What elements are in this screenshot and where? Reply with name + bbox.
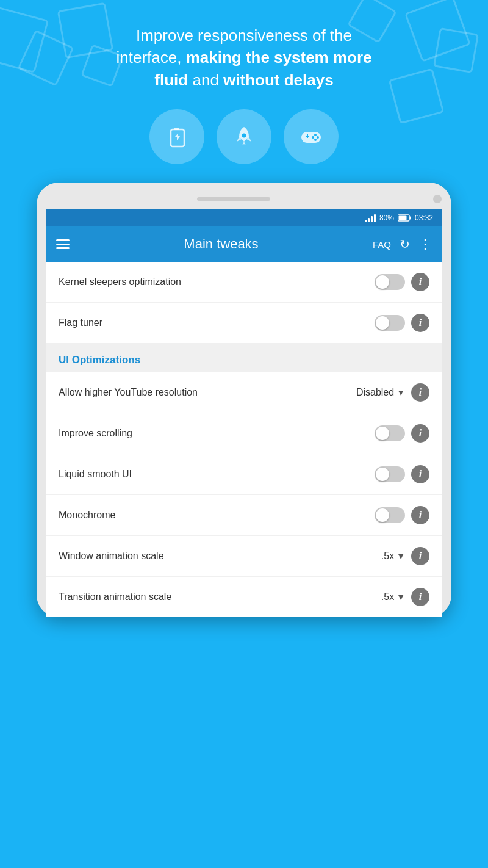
liquid-smooth-toggle[interactable] xyxy=(375,466,405,482)
youtube-resolution-row: Allow higher YouTube resolution Disabled… xyxy=(46,372,442,413)
feature-icons xyxy=(0,103,488,183)
youtube-resolution-dropdown[interactable]: Disabled ▼ xyxy=(356,387,405,398)
svg-point-8 xyxy=(314,139,317,141)
transition-animation-label: Transition animation scale xyxy=(59,591,375,602)
youtube-resolution-value: Disabled xyxy=(356,387,394,398)
window-animation-dropdown[interactable]: .5x ▼ xyxy=(381,551,405,562)
liquid-smooth-label: Liquid smooth UI xyxy=(59,469,368,480)
transition-animation-value: .5x xyxy=(381,591,394,602)
monochrome-label: Monochrome xyxy=(59,510,368,521)
ui-optimizations-header: UI Optimizations xyxy=(46,343,442,372)
monochrome-toggle[interactable] xyxy=(375,507,405,523)
liquid-smooth-info[interactable]: i xyxy=(411,465,429,483)
flag-tuner-label: Flag tuner xyxy=(59,317,368,328)
refresh-button[interactable]: ↺ xyxy=(400,237,410,251)
app-toolbar: Main tweaks FAQ ↺ ⋮ xyxy=(46,226,442,262)
phone-speaker xyxy=(197,197,270,201)
improve-scrolling-label: Improve scrolling xyxy=(59,428,368,439)
transition-animation-row: Transition animation scale .5x ▼ i xyxy=(46,577,442,617)
transition-animation-info[interactable]: i xyxy=(411,588,429,606)
transition-animation-arrow: ▼ xyxy=(396,592,405,602)
phone-top xyxy=(46,195,442,209)
svg-point-2 xyxy=(242,134,246,138)
flag-tuner-info[interactable]: i xyxy=(411,314,429,332)
kernel-sleepers-info[interactable]: i xyxy=(411,273,429,291)
rocket-icon xyxy=(217,109,271,164)
status-bar: 80% 03:32 xyxy=(46,209,442,226)
phone-mockup: 80% 03:32 Main tweaks FAQ ↺ ⋮ Kernel sle… xyxy=(37,183,451,617)
phone-camera xyxy=(433,195,442,203)
content-area: Kernel sleepers optimization i Flag tune… xyxy=(46,262,442,617)
improve-scrolling-toggle[interactable] xyxy=(375,425,405,441)
svg-rect-12 xyxy=(398,216,406,220)
svg-point-9 xyxy=(312,136,314,139)
svg-rect-11 xyxy=(409,217,411,220)
improve-scrolling-row: Improve scrolling i xyxy=(46,413,442,454)
gamepad-icon xyxy=(284,109,339,164)
kernel-sleepers-label: Kernel sleepers optimization xyxy=(59,277,368,288)
window-animation-row: Window animation scale .5x ▼ i xyxy=(46,536,442,577)
faq-button[interactable]: FAQ xyxy=(373,239,391,250)
kernel-sleepers-toggle[interactable] xyxy=(375,274,405,290)
more-options-button[interactable]: ⋮ xyxy=(418,236,432,252)
improve-scrolling-info[interactable]: i xyxy=(411,424,429,443)
svg-point-6 xyxy=(314,134,317,136)
battery-status-icon xyxy=(398,214,411,222)
monochrome-info[interactable]: i xyxy=(411,506,429,524)
youtube-resolution-label: Allow higher YouTube resolution xyxy=(59,387,350,398)
ui-optimizations-card: Allow higher YouTube resolution Disabled… xyxy=(46,372,442,617)
svg-rect-5 xyxy=(307,134,308,138)
window-animation-label: Window animation scale xyxy=(59,551,375,562)
main-settings-card: Kernel sleepers optimization i Flag tune… xyxy=(46,262,442,343)
youtube-resolution-info[interactable]: i xyxy=(411,383,429,402)
svg-point-7 xyxy=(317,136,319,139)
transition-animation-dropdown[interactable]: .5x ▼ xyxy=(381,591,405,602)
window-animation-info[interactable]: i xyxy=(411,547,429,565)
clock: 03:32 xyxy=(415,214,433,222)
window-animation-value: .5x xyxy=(381,551,394,562)
window-animation-arrow: ▼ xyxy=(396,551,405,561)
liquid-smooth-row: Liquid smooth UI i xyxy=(46,454,442,495)
flag-tuner-toggle[interactable] xyxy=(375,315,405,331)
monochrome-row: Monochrome i xyxy=(46,495,442,536)
kernel-sleepers-row: Kernel sleepers optimization i xyxy=(46,262,442,303)
signal-icon xyxy=(365,214,376,222)
battery-percentage: 80% xyxy=(379,214,394,222)
menu-button[interactable] xyxy=(56,239,70,249)
svg-rect-1 xyxy=(174,128,179,130)
header-text: Improve responsiveness of the interface,… xyxy=(0,0,488,103)
battery-icon xyxy=(149,109,204,164)
youtube-resolution-arrow: ▼ xyxy=(396,388,405,397)
flag-tuner-row: Flag tuner i xyxy=(46,303,442,343)
toolbar-actions: FAQ ↺ ⋮ xyxy=(373,236,432,252)
toolbar-title: Main tweaks xyxy=(79,236,363,252)
